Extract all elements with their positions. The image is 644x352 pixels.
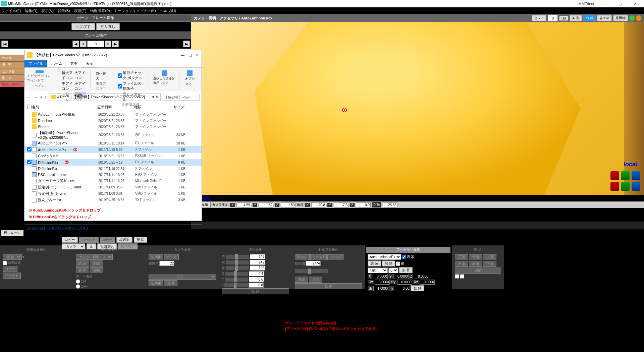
file-row[interactable]: DiffusionP.x2011/01/19 22:51X ファイル1 KB bbox=[24, 166, 202, 172]
viewport-3d[interactable]: local 0fps bbox=[191, 22, 644, 195]
file-row[interactable]: 設定例_コントローラ.vmd2017/11/09 3:55VMD ファイル1 K… bbox=[24, 184, 202, 190]
frame-prev2-button[interactable]: ◀ bbox=[72, 41, 79, 47]
file-row[interactable]: Readme2020/05/21 23:37ファイル フォルダー bbox=[24, 118, 202, 124]
file-row[interactable]: AutoLuminousP.x①2011/10/13 6:32X ファイル1 K… bbox=[24, 146, 202, 153]
selvert-button[interactable]: 縦選択 bbox=[116, 237, 132, 243]
dist-input[interactable] bbox=[383, 202, 397, 208]
copy-button[interactable]: コピー bbox=[62, 237, 78, 243]
options-icon[interactable] bbox=[187, 70, 193, 76]
explorer-maximize[interactable]: ▢ bbox=[189, 53, 192, 57]
info-button[interactable]: 情 報 bbox=[583, 15, 596, 21]
col-type[interactable]: 種類 bbox=[134, 105, 168, 110]
axis-button[interactable]: 座標軸 bbox=[613, 15, 628, 21]
file-row[interactable]: Shader2020/05/21 23:37ファイル フォルダー bbox=[24, 124, 202, 130]
set-button[interactable]: セット bbox=[532, 15, 546, 21]
undo-button[interactable]: 元に戻す bbox=[71, 23, 95, 30]
green-icon[interactable] bbox=[629, 15, 635, 21]
go-button[interactable]: Go bbox=[559, 16, 568, 21]
accessory-select[interactable]: AutoLuminousP.x bbox=[368, 254, 401, 260]
cam-x[interactable] bbox=[236, 202, 251, 208]
gizmo-rz[interactable] bbox=[632, 171, 640, 180]
minimize-button[interactable]: — bbox=[597, 0, 612, 7]
file-row[interactable]: 読んでみー.txt2019/04/25 18:38TXT ファイル3 KB bbox=[24, 197, 202, 203]
gizmo-tx[interactable] bbox=[610, 182, 619, 191]
frame-prev-button[interactable]: < bbox=[80, 41, 87, 47]
acc-register-button[interactable]: 登 録 bbox=[411, 285, 424, 291]
explorer-minimize[interactable]: — bbox=[181, 53, 184, 57]
menu-bg[interactable]: 背景(B) bbox=[58, 8, 70, 13]
tab-file[interactable]: ファイル bbox=[24, 60, 47, 67]
gizmo-rx[interactable] bbox=[610, 171, 619, 180]
cam-z[interactable] bbox=[281, 202, 296, 208]
set-input[interactable] bbox=[548, 15, 558, 21]
acc-delete-button[interactable]: 削 除 bbox=[382, 260, 395, 267]
explorer-close[interactable]: ✕ bbox=[196, 53, 199, 57]
file-row[interactable]: 設定例_照明.vmd2017/11/09 3:01VMD ファイル1 KB bbox=[24, 190, 202, 197]
menu-file[interactable]: ファイル(F) bbox=[1, 8, 21, 13]
eco-button[interactable]: 省エネ bbox=[597, 15, 612, 21]
nav-up[interactable]: ↑ bbox=[44, 95, 47, 100]
file-row[interactable]: Config.fxsub2018/03/21 15:57FXSUB ファイル1 … bbox=[24, 153, 202, 159]
delete-button[interactable]: 削 除 bbox=[134, 237, 148, 243]
frame-first-button[interactable]: |◀ bbox=[1, 41, 8, 47]
frame-next-button[interactable]: > bbox=[105, 41, 111, 47]
beauty-button[interactable]: 美 影 bbox=[570, 15, 582, 21]
file-row[interactable]: DiffusionP.fx②2018/03/21 4:12FX ファイル8 KB bbox=[24, 159, 202, 166]
nav-back[interactable]: ← bbox=[26, 95, 31, 100]
paste-button[interactable]: ペースト bbox=[79, 237, 99, 243]
col-size[interactable]: サイズ bbox=[168, 105, 184, 110]
tab-home[interactable]: ホーム bbox=[47, 60, 66, 67]
cat-gravity[interactable]: 重 力 bbox=[0, 75, 24, 81]
cat-camera[interactable]: カメラ bbox=[0, 55, 24, 61]
menu-physics[interactable]: 物理演算(P) bbox=[90, 8, 110, 13]
flip-button[interactable]: 反転P bbox=[100, 237, 115, 243]
file-row[interactable]: PSController.pmx2017/11/11 13:26PMX ファイル… bbox=[24, 172, 202, 178]
cat-selfshadow[interactable]: セルフ影 bbox=[0, 68, 24, 75]
col-name[interactable]: 名前 bbox=[32, 105, 97, 110]
menu-help[interactable]: ヘルプ(H) bbox=[160, 8, 176, 13]
local-label: local bbox=[624, 161, 637, 168]
ang-x[interactable] bbox=[311, 202, 326, 208]
frame-input[interactable] bbox=[87, 41, 104, 47]
viewport-title: カメラ・照明・アクセサリ / AutoLuminousP.x bbox=[194, 16, 272, 21]
col-date[interactable]: 更新日時 bbox=[97, 105, 134, 110]
explorer-titlebar[interactable]: 【角砂糖】PowerShader v3.2[sm32258872] — ▢ ✕ bbox=[24, 50, 202, 60]
maximize-button[interactable]: ▢ bbox=[612, 0, 628, 7]
frame-next2-button[interactable]: ▶ bbox=[112, 41, 119, 47]
file-row[interactable]: AutoLuminousP軽量版2020/05/21 23:37ファイル フォル… bbox=[24, 111, 202, 118]
ang-z[interactable] bbox=[356, 202, 371, 208]
orange-icon[interactable] bbox=[636, 15, 641, 21]
cat-autolum[interactable]: AutoLumino... bbox=[0, 81, 24, 87]
ang-y[interactable] bbox=[334, 202, 348, 208]
folder-icon bbox=[32, 118, 37, 123]
menu-view[interactable]: 表示(V) bbox=[41, 8, 54, 13]
search-input[interactable] bbox=[163, 94, 200, 101]
gizmo-ry[interactable] bbox=[621, 171, 630, 180]
nav-pane-icon[interactable] bbox=[36, 70, 44, 73]
gizmo-tz[interactable] bbox=[632, 182, 640, 191]
menu-emote[interactable]: 表情(E) bbox=[74, 8, 87, 13]
target-marker[interactable] bbox=[342, 108, 347, 112]
file-row[interactable]: 【角砂糖】PowerShader v3.2[sm3225887...2020/0… bbox=[24, 130, 202, 140]
cam-y[interactable] bbox=[259, 202, 273, 208]
fx-icon bbox=[32, 160, 37, 165]
nav-dropdown[interactable]: ▾ bbox=[40, 95, 42, 100]
acc-add-button[interactable]: 加 算 bbox=[399, 267, 413, 273]
mmeffect-label[interactable]: MMEffect bbox=[579, 2, 594, 6]
file-row[interactable]: ダミーモーフ追加.csv2017/11/11 13:26Microsoft Of… bbox=[24, 178, 202, 184]
frame-last-button[interactable]: ▶| bbox=[183, 41, 190, 47]
file-row[interactable]: AutoLuminousP.fx2019/03/11 18:14FX ファイル2… bbox=[24, 140, 202, 146]
close-button[interactable]: ✕ bbox=[628, 0, 643, 7]
acc-load-button[interactable]: 読 込 bbox=[368, 260, 381, 267]
tab-share[interactable]: 共有 bbox=[66, 60, 82, 67]
menu-mocap[interactable]: モーションキャプチャ(K) bbox=[114, 8, 156, 13]
gizmo-ty[interactable] bbox=[621, 182, 630, 191]
cat-light[interactable]: 照 明 bbox=[0, 61, 24, 68]
tab-view[interactable]: 表示 bbox=[82, 60, 97, 67]
nav-fwd[interactable]: → bbox=[33, 95, 38, 100]
breadcrumb[interactable]: « Effect › 【角砂糖】PowerShader v3.2[sm32258… bbox=[49, 93, 161, 101]
menu-edit[interactable]: 編集(D) bbox=[25, 8, 37, 13]
window-controls: — ▢ ✕ bbox=[597, 0, 643, 7]
redo-button[interactable]: やり直し bbox=[96, 23, 120, 30]
hide-selected-icon[interactable] bbox=[162, 70, 167, 76]
